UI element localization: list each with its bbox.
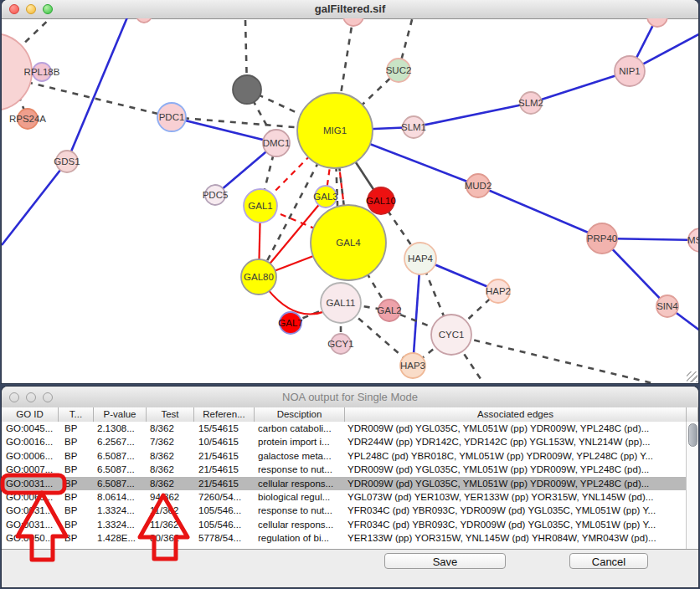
table-cell: 6.2567...: [94, 435, 147, 448]
table-cell: 11/362: [147, 504, 194, 517]
edge-pp[interactable]: [414, 103, 531, 127]
table-cell: 105/546...: [194, 518, 255, 531]
table-row[interactable]: GO:0031...BP1.3324...11/362105/546...cel…: [2, 518, 686, 531]
node-label: GAL11: [327, 298, 356, 308]
column-header-test[interactable]: Test: [147, 407, 194, 422]
edge-dash[interactable]: [451, 335, 673, 383]
node-label: SIN4: [656, 301, 678, 311]
node-unlabeled[interactable]: [136, 18, 152, 23]
node-label: GAL10: [366, 196, 396, 206]
table-row[interactable]: GO:0016...BP6.2567...7/36210/54615protei…: [2, 435, 686, 448]
close-button-icon[interactable]: [9, 392, 19, 402]
node-unlabeled[interactable]: [233, 75, 261, 104]
table-cell: 5778/54...: [194, 531, 255, 545]
edge-dash[interactable]: [27, 82, 172, 117]
table-row[interactable]: GO:0045...BP2.1308...8/36215/54615carbon…: [2, 422, 686, 435]
node-label: CYC1: [439, 330, 465, 340]
graph-canvas[interactable]: RPL18BRPS24AGDS1PDC1DMC1PDC5MIG1SUC2SLM1…: [2, 18, 698, 383]
edge-pp[interactable]: [67, 18, 129, 161]
scrollbar-thumb[interactable]: [688, 423, 697, 447]
table-cell: 1.3324...: [94, 518, 147, 531]
table-cell: GO:0016...: [2, 435, 59, 448]
node-label: HAP2: [486, 286, 511, 296]
column-header-spacer: [687, 407, 698, 422]
table-cell: GO:0065...: [2, 490, 59, 504]
column-header-desciption[interactable]: Desciption: [255, 407, 345, 422]
table-cell: 1.428E...: [94, 531, 147, 545]
column-header-p-value[interactable]: P-value: [94, 407, 147, 422]
node-label: HAP3: [400, 361, 425, 371]
node-label: GAL1: [248, 201, 272, 211]
table-cell: 8/362: [147, 477, 194, 490]
minimize-button-icon[interactable]: [26, 392, 36, 402]
table-cell: 11/362: [147, 518, 194, 531]
node-label: HAP4: [408, 254, 434, 264]
node-label: GAL4: [336, 238, 361, 248]
cancel-button[interactable]: Cancel: [569, 553, 648, 569]
edge-dash[interactable]: [17, 18, 55, 50]
table-cell: YER133W (pp) YOR315W, YNL145W (pd) YHR08…: [345, 531, 686, 545]
resize-grip-icon[interactable]: [687, 371, 697, 382]
node-label: GAL3: [313, 192, 337, 202]
node-label: RPL18B: [24, 67, 60, 77]
table-cell: YDR009W (pd) YGL035C, YML051W (pp) YDR00…: [345, 463, 686, 476]
node-label: SLM1: [401, 122, 426, 132]
column-header-associated-edges[interactable]: Associated edges: [345, 407, 687, 422]
node-unlabeled[interactable]: [647, 18, 667, 27]
table-cell: 6.5087...: [94, 463, 147, 476]
node-label: GAL2: [377, 305, 401, 315]
table-row[interactable]: GO:0006...BP6.5087...8/36221/54615galact…: [2, 449, 686, 463]
zoom-button-icon[interactable]: [43, 4, 53, 14]
node-unlabeled[interactable]: [343, 18, 363, 26]
column-header-t-[interactable]: T...: [59, 407, 94, 422]
table-cell: BP: [59, 477, 94, 490]
table-cell: BP: [59, 422, 94, 435]
table-cell: BP: [59, 518, 94, 531]
table-cell: 7/362: [147, 435, 194, 448]
node-label: GDS1: [54, 156, 80, 166]
table-cell: 21/54615: [194, 463, 255, 476]
table-row[interactable]: GO:0007...BP6.5087...8/36221/54615respon…: [2, 463, 686, 476]
edge-pp[interactable]: [478, 186, 602, 238]
table-cell: 1.3324...: [94, 504, 147, 517]
table-cell: YDR009W (pd) YGL035C, YML051W (pp) YDR00…: [345, 422, 686, 435]
table-row[interactable]: GO:0031...BP6.5087...8/36221/54615cellul…: [2, 477, 686, 490]
table-cell: YGL073W (pd) YER103W, YER133W (pp) YOR31…: [345, 490, 686, 504]
edge-pp[interactable]: [2, 161, 67, 245]
table-cell: 21/54615: [194, 477, 255, 490]
node-label: GCY1: [327, 339, 353, 349]
table-cell: 80/362: [147, 531, 194, 545]
table-cell: 8.0614...: [94, 490, 147, 504]
column-header-referen-[interactable]: Referen...: [194, 407, 255, 422]
node-label: MUD2: [465, 181, 492, 191]
table-row[interactable]: GO:0050...BP1.428E...80/3625778/54...reg…: [2, 531, 686, 545]
minimize-button-icon[interactable]: [26, 4, 36, 14]
table-cell: 6.5087...: [94, 449, 147, 463]
table-body: GO:0045...BP2.1308...8/36215/54615carbon…: [2, 422, 698, 550]
table-cell: cellular respons...: [255, 518, 345, 531]
node-label: MSL1: [687, 235, 698, 245]
noa-window-titlebar[interactable]: NOA output for Single Mode: [2, 387, 698, 408]
table-cell: YDR244W (pp) YDR142C, YDR142C (pp) YGL15…: [345, 435, 686, 448]
table-cell: GO:0031...: [2, 477, 59, 490]
table-cell: GO:0007...: [2, 463, 59, 476]
table-row[interactable]: GO:0031...BP1.3324...11/362105/546...res…: [2, 504, 686, 517]
table-cell: 94/362: [147, 490, 194, 504]
table-cell: YFR034C (pd) YBR093C, YDR009W (pd) YGL03…: [345, 504, 686, 517]
zoom-button-icon[interactable]: [43, 392, 53, 402]
network-window-titlebar[interactable]: galFiltered.sif: [2, 0, 698, 19]
table-cell: 15/54615: [194, 422, 255, 435]
table-cell: BP: [59, 435, 94, 448]
table-row[interactable]: GO:0065...BP8.0614...94/3627260/54...bio…: [2, 490, 686, 504]
vertical-scrollbar[interactable]: [686, 422, 698, 549]
node-label: PDC1: [159, 112, 185, 122]
node-label: NIP1: [619, 66, 641, 76]
noa-output-window: NOA output for Single Mode GO IDT...P-va…: [2, 387, 698, 587]
table-header: GO IDT...P-valueTestReferen...Desciption…: [2, 407, 698, 423]
column-header-go-id[interactable]: GO ID: [2, 407, 59, 422]
close-button-icon[interactable]: [9, 4, 19, 14]
table-cell: YDR009W (pd) YGL035C, YML051W (pp) YDR00…: [345, 477, 686, 490]
save-button[interactable]: Save: [384, 553, 506, 569]
table-cell: 8/362: [147, 449, 194, 463]
node-label: RPS24A: [9, 114, 46, 124]
